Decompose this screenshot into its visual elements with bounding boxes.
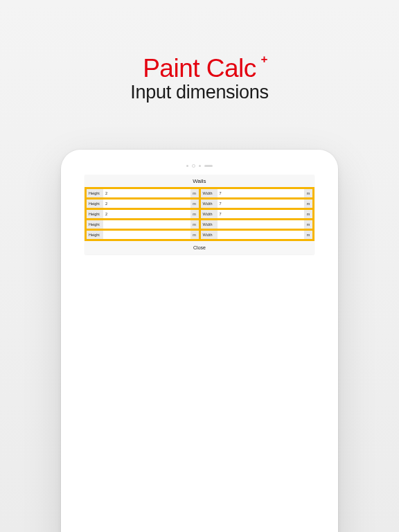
height-group: Height m	[87, 231, 199, 239]
width-group: Width 7 m	[201, 210, 313, 218]
height-input[interactable]: 2	[103, 210, 190, 218]
width-group: Width 7 m	[201, 189, 313, 197]
width-group: Width m	[201, 231, 313, 239]
width-unit[interactable]: m	[304, 200, 312, 208]
wall-row: Height m Width m	[87, 231, 312, 239]
walls-card: Walls Height 2 m Width 7 m	[85, 175, 314, 254]
width-input[interactable]	[218, 231, 305, 239]
height-input[interactable]	[103, 220, 190, 229]
height-input[interactable]	[103, 231, 190, 239]
width-unit[interactable]: m	[304, 231, 312, 239]
camera-cluster	[69, 162, 330, 169]
close-button[interactable]: Close	[85, 241, 314, 254]
width-unit[interactable]: m	[304, 210, 312, 218]
width-input[interactable]: 7	[218, 189, 305, 197]
height-label: Height	[87, 231, 103, 239]
height-unit[interactable]: m	[190, 220, 199, 229]
height-unit[interactable]: m	[190, 210, 199, 218]
app-name: Paint Calc +	[143, 54, 256, 83]
width-label: Width	[201, 210, 218, 218]
tablet-screen: Walls Height 2 m Width 7 m	[69, 175, 330, 532]
width-label: Width	[201, 189, 218, 197]
subtitle: Input dimensions	[0, 82, 399, 103]
camera-dot-icon	[199, 165, 201, 167]
height-unit[interactable]: m	[190, 189, 199, 197]
height-label: Height	[87, 220, 103, 229]
height-group: Height 2 m	[87, 210, 199, 218]
walls-rows: Height 2 m Width 7 m Height 2 m	[85, 187, 314, 241]
width-input[interactable]: 7	[218, 200, 305, 208]
speaker-slot-icon	[204, 165, 213, 167]
width-input[interactable]	[218, 220, 305, 229]
width-label: Width	[201, 231, 218, 239]
promo-header: Paint Calc + Input dimensions	[0, 0, 399, 103]
wall-row: Height m Width m	[87, 220, 312, 229]
walls-title: Walls	[85, 175, 314, 187]
plus-icon: +	[260, 53, 267, 66]
width-unit[interactable]: m	[304, 220, 312, 229]
height-unit[interactable]: m	[190, 200, 199, 208]
width-label: Width	[201, 200, 218, 208]
height-input[interactable]: 2	[103, 200, 190, 208]
camera-dot-icon	[186, 165, 188, 167]
width-input[interactable]: 7	[218, 210, 305, 218]
height-input[interactable]: 2	[103, 189, 190, 197]
width-group: Width 7 m	[201, 200, 313, 208]
camera-ring-icon	[192, 164, 195, 168]
height-label: Height	[87, 189, 103, 197]
width-group: Width m	[201, 220, 313, 229]
height-unit[interactable]: m	[190, 231, 199, 239]
app-name-text: Paint Calc	[143, 54, 256, 82]
height-group: Height m	[87, 220, 199, 229]
height-group: Height 2 m	[87, 200, 199, 208]
height-label: Height	[87, 210, 103, 218]
tablet-frame: Walls Height 2 m Width 7 m	[61, 150, 338, 532]
height-group: Height 2 m	[87, 189, 199, 197]
width-label: Width	[201, 220, 218, 229]
height-label: Height	[87, 200, 103, 208]
width-unit[interactable]: m	[304, 189, 312, 197]
wall-row: Height 2 m Width 7 m	[87, 210, 312, 218]
wall-row: Height 2 m Width 7 m	[87, 189, 312, 197]
wall-row: Height 2 m Width 7 m	[87, 200, 312, 208]
